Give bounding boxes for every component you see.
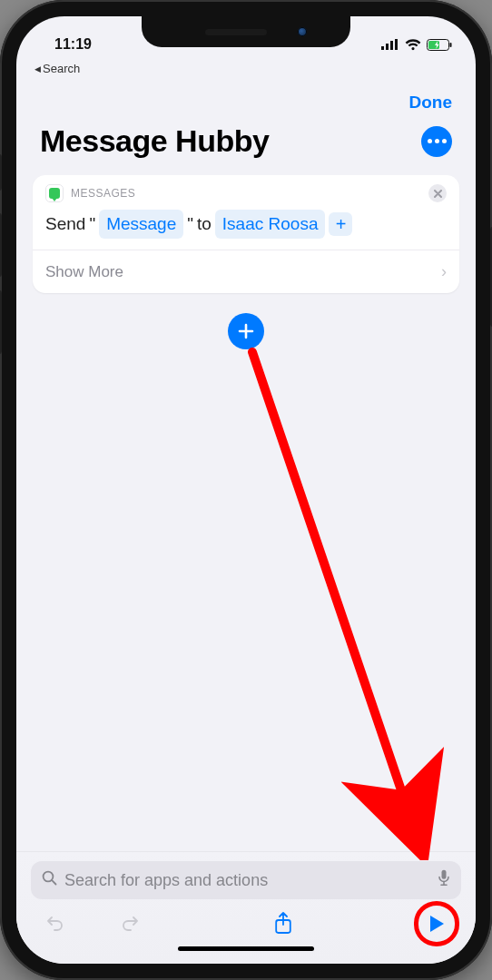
svg-rect-0: [381, 46, 384, 50]
home-indicator[interactable]: [178, 946, 314, 951]
cellular-icon: [381, 39, 399, 50]
svg-line-9: [52, 880, 55, 884]
svg-rect-10: [442, 870, 447, 879]
svg-rect-3: [395, 39, 398, 50]
add-recipient-button[interactable]: +: [329, 212, 352, 236]
done-button[interactable]: Done: [409, 93, 453, 113]
more-button[interactable]: [421, 126, 452, 157]
redo-button[interactable]: [118, 912, 142, 936]
svg-rect-2: [390, 41, 393, 50]
action-card: MESSAGES Send " Message " to Isaac Roosa…: [33, 175, 459, 293]
action-line[interactable]: Send " Message " to Isaac Roosa +: [45, 210, 447, 239]
battery-icon: [427, 39, 452, 51]
svg-rect-6: [450, 43, 452, 47]
send-verb: Send: [45, 211, 85, 238]
dictation-icon[interactable]: [438, 869, 450, 891]
recipient-token[interactable]: Isaac Roosa: [215, 210, 326, 239]
back-label: Search: [43, 62, 80, 75]
show-more-row[interactable]: Show More ›: [33, 250, 459, 293]
undo-button[interactable]: [44, 912, 67, 936]
quote-close: ": [187, 211, 193, 238]
share-button[interactable]: [271, 912, 295, 936]
shortcut-title: Message Hubby: [40, 123, 269, 159]
svg-rect-1: [386, 44, 389, 50]
wifi-icon: [405, 39, 421, 51]
action-search-field[interactable]: Search for apps and actions: [31, 861, 461, 899]
status-time: 11:19: [54, 36, 92, 53]
back-to-search[interactable]: Search: [34, 62, 80, 75]
app-label: MESSAGES: [71, 187, 135, 200]
clear-action-button[interactable]: [428, 184, 447, 202]
to-word: to: [197, 211, 212, 238]
chevron-right-icon: ›: [441, 262, 447, 281]
search-icon: [42, 870, 57, 890]
search-placeholder: Search for apps and actions: [64, 871, 430, 890]
add-action-button[interactable]: [228, 313, 264, 349]
show-more-label: Show More: [45, 263, 123, 281]
messages-app-icon: [45, 184, 64, 202]
quote-open: ": [89, 211, 95, 238]
device-notch: [142, 16, 350, 47]
message-token[interactable]: Message: [99, 210, 183, 239]
run-button[interactable]: [425, 912, 448, 936]
status-right: [381, 39, 452, 51]
